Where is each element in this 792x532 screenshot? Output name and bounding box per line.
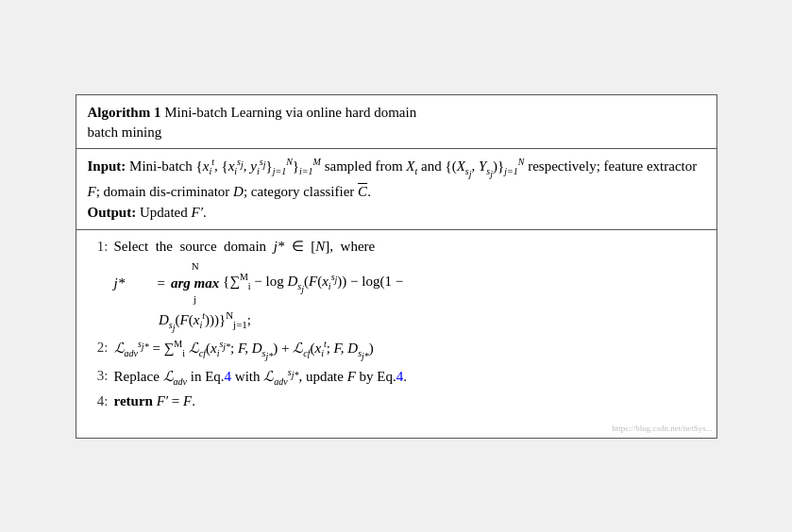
step-1: 1: Select the source domain j* ∈ [N], wh… [88,236,705,258]
step-1-formula: {∑Mi − log Dsj(F(xisj)) − log(1 − [223,274,403,289]
step-1-eq: j* = N arg max j {∑Mi − log Dsj(F(xisj))… [114,258,705,335]
step-1-num: 1: [88,236,109,258]
step-1-content: Select the source domain j* ∈ [N], where [114,236,705,258]
algorithm-box: Algorithm 1 Mini-batch Learning via onli… [76,94,717,439]
step-4-content: return F′ = F. [114,391,705,412]
output-label: Output: [88,205,137,220]
output-line: Output: Updated F′. [88,202,705,224]
step-2: 2: ℒadvsj* = ∑Mi ℒcf(xisj*; F, Dsj*) + ℒ… [88,337,705,363]
step-1-formula-cont: Dsj(F(xit)))}Nj=1; [124,308,705,335]
algorithm-body: 1: Select the source domain j* ∈ [N], wh… [76,230,716,424]
input-line: Input: Mini-batch {xit, {xisj, yisj}j=1N… [88,155,705,203]
step-4-num: 4: [88,391,109,412]
step-3: 3: Replace ℒadv in Eq.4 with ℒadvsj*, up… [88,365,705,389]
input-content: Mini-batch {xit, {xisj, yisj}j=1N}i=1M s… [88,158,698,199]
input-output-section: Input: Mini-batch {xit, {xisj, yisj}j=1N… [76,149,716,230]
step-3-content: Replace ℒadv in Eq.4 with ℒadvsj*, updat… [114,365,705,389]
step-3-num: 3: [88,365,109,389]
algorithm-title-rest: Mini-batch Learning via online hard doma… [164,105,416,120]
output-content: Updated F′. [140,205,207,220]
algorithm-header: Algorithm 1 Mini-batch Learning via onli… [76,95,716,149]
input-label: Input: [88,158,126,174]
step-2-num: 2: [88,337,109,363]
step-4: 4: return F′ = F. [88,391,705,412]
algorithm-title-line2: batch mining [88,125,162,140]
watermark: https://blog.csdn.net/netSys... [76,423,716,438]
algorithm-title-bold: Algorithm 1 [88,105,161,120]
step-2-content: ℒadvsj* = ∑Mi ℒcf(xisj*; F, Dsj*) + ℒcf(… [114,337,705,363]
